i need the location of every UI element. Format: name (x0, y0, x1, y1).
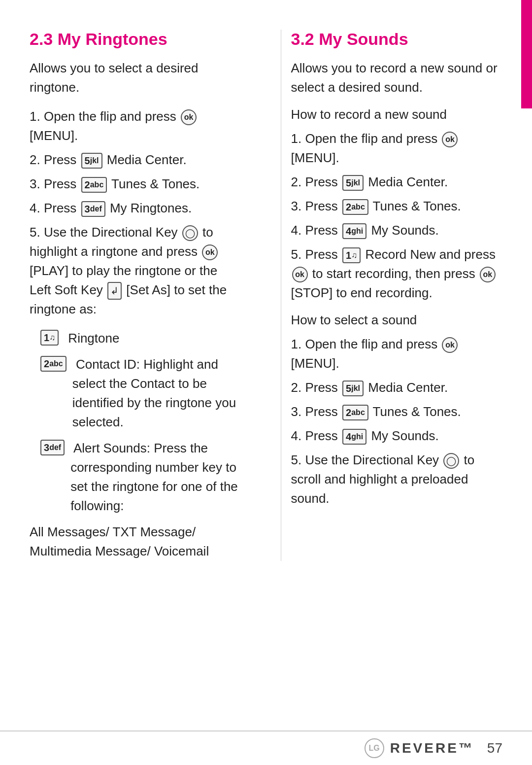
columns: 2.3 My Ringtones Allows you to select a … (30, 30, 502, 561)
left-section-title: 2.3 My Ringtones (30, 30, 241, 49)
footer: LG REVERE™ 57 (0, 730, 532, 765)
select-steps-list: 1. Open the flip and press ok [MENU]. 2.… (291, 335, 503, 508)
left-step-3: 3. Press 2abc Tunes & Tones. (30, 174, 241, 194)
ok-r5b: ok (480, 267, 496, 282)
key-r-4ghi: 4ghi (342, 223, 366, 239)
select-step-3: 3. Press 2abc Tunes & Tones. (291, 402, 503, 421)
record-step-2: 2. Press 5jkl Media Center. (291, 173, 503, 192)
right-column: 3.2 My Sounds Allows you to record a new… (281, 30, 503, 561)
key-s-2abc: 2abc (342, 405, 368, 420)
left-step-5: 5. Use the Directional Key ◯ to highligh… (30, 223, 241, 319)
ok-key-icon: ok (181, 109, 197, 125)
page: 2.3 My Ringtones Allows you to select a … (0, 0, 532, 765)
dir-key-icon: ◯ (182, 225, 198, 241)
record-step-3: 3. Press 2abc Tunes & Tones. (291, 197, 503, 216)
record-step-1: 1. Open the flip and press ok [MENU]. (291, 129, 503, 168)
option-alert-sounds: 3def Alert Sounds: Press the correspondi… (30, 439, 241, 516)
left-step-2: 2. Press 5jkl Media Center. (30, 150, 241, 170)
ok-s1: ok (442, 337, 458, 353)
left-column: 2.3 My Ringtones Allows you to select a … (30, 30, 251, 561)
brand-name: REVERE™ (390, 740, 474, 756)
record-subtitle: How to record a new sound (291, 107, 503, 122)
left-steps-list: 1. Open the flip and press ok [MENU]. 2.… (30, 107, 241, 319)
key-2abc: 2abc (81, 177, 107, 193)
right-section-intro: Allows you to record a new sound or sele… (291, 59, 503, 97)
lsk-icon: ↲ (107, 282, 122, 300)
main-content: 2.3 My Ringtones Allows you to select a … (30, 30, 502, 600)
left-step-1: 1. Open the flip and press ok [MENU]. (30, 107, 241, 145)
key-s-4ghi: 4ghi (342, 429, 366, 445)
dir-key-s: ◯ (443, 453, 459, 469)
ok-r1: ok (442, 132, 458, 147)
option-ringtone: 1♫ Ringtone (30, 329, 241, 348)
key-r-5jkl: 5jkl (342, 175, 364, 191)
alert-sounds-list: All Messages/ TXT Message/ Multimedia Me… (30, 522, 241, 561)
side-tab (521, 0, 532, 108)
record-step-5: 5. Press 1♫ Record New and press ok to s… (291, 245, 503, 303)
key-s-5jkl: 5jkl (342, 381, 364, 396)
left-step-4: 4. Press 3def My Ringtones. (30, 199, 241, 218)
ok-key-icon-2: ok (202, 244, 218, 260)
select-step-4: 4. Press 4ghi My Sounds. (291, 426, 503, 446)
select-step-2: 2. Press 5jkl Media Center. (291, 378, 503, 397)
record-step-4: 4. Press 4ghi My Sounds. (291, 221, 503, 240)
page-number: 57 (487, 740, 502, 756)
select-subtitle: How to select a sound (291, 313, 503, 328)
option-contact-id: 2abc Contact ID: Highlight and select th… (30, 355, 241, 432)
option-2-icon: 2abc (40, 356, 66, 372)
option-3-icon: 3def (40, 440, 65, 455)
option-1-icon: 1♫ (40, 330, 59, 346)
key-r-2abc: 2abc (342, 199, 368, 215)
right-section-title: 3.2 My Sounds (291, 30, 503, 49)
select-step-1: 1. Open the flip and press ok [MENU]. (291, 335, 503, 373)
left-section-intro: Allows you to select a desired ringtone. (30, 59, 241, 97)
key-3def: 3def (81, 201, 105, 217)
lg-logo-icon: LG (365, 738, 384, 758)
footer-logo: LG REVERE™ 57 (365, 738, 502, 758)
key-5jkl: 5jkl (81, 153, 102, 169)
select-step-5: 5. Use the Directional Key ◯ to scroll a… (291, 451, 503, 508)
key-r-1ji: 1♫ (342, 247, 361, 263)
ok-r5a: ok (292, 267, 308, 282)
record-steps-list: 1. Open the flip and press ok [MENU]. 2.… (291, 129, 503, 303)
